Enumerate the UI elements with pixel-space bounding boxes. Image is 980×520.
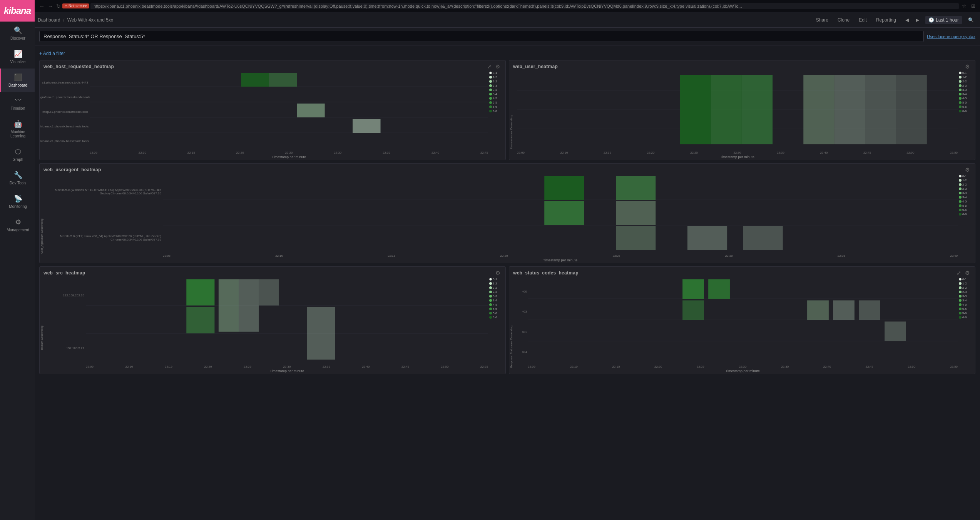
timelion-icon: 〰 — [15, 97, 22, 105]
time-picker[interactable]: 🕐 Last 1 hour — [925, 16, 962, 24]
sidebar-item-timelion[interactable]: 〰 Timelion — [0, 92, 35, 115]
clock-icon: 🕐 — [928, 17, 934, 23]
sidebar-item-dev-tools[interactable]: 🔧 Dev Tools — [0, 166, 35, 190]
share-button[interactable]: Share — [813, 16, 831, 24]
star-button[interactable]: ☆ — [960, 2, 968, 10]
svg-rect-44 — [885, 321, 906, 341]
panel-settings-button[interactable]: ⚙ — [494, 64, 502, 70]
sidebar-item-management[interactable]: ⚙ Management — [0, 213, 35, 237]
forward-button[interactable]: → — [46, 2, 55, 10]
panel-web-user-controls: ⚙ — [964, 64, 971, 70]
svg-rect-16 — [865, 75, 896, 144]
panel-web-host-heatmap: web_host_requested_heatmap ⤢ ⚙ c1.phoeni… — [39, 60, 506, 160]
svg-rect-6 — [297, 104, 324, 117]
visualize-icon: 📈 — [14, 50, 22, 58]
svg-rect-11 — [680, 75, 711, 144]
svg-rect-12 — [711, 75, 742, 144]
panel-useragent-controls: ⚙ — [964, 167, 971, 173]
clone-button[interactable]: Clone — [835, 16, 853, 24]
sidebar-item-graph[interactable]: ⬡ Graph — [0, 143, 35, 166]
panel-src-header: web_src_heatmap ⚙ — [40, 267, 505, 278]
sidebar: kibana 🔍 Discover 📈 Visualize ⬛ Dashboar… — [0, 0, 35, 520]
svg-rect-43 — [859, 300, 880, 320]
sidebar-item-discover-label: Discover — [10, 36, 25, 40]
sidebar-item-discover[interactable]: 🔍 Discover — [0, 22, 35, 45]
user-heatmap-x-title: Timestamp per minute — [517, 155, 958, 159]
edit-button[interactable]: Edit — [856, 16, 870, 24]
lucene-hint[interactable]: Uses lucene query syntax — [927, 34, 975, 39]
url-icon-group: ☆ ⊞ — [960, 2, 977, 10]
svg-rect-24 — [616, 226, 656, 250]
panel-src-settings-button[interactable]: ⚙ — [494, 270, 502, 276]
sidebar-item-machine-learning[interactable]: 🤖 Machine Learning — [0, 115, 35, 143]
panel-web-host-header: web_host_requested_heatmap ⤢ ⚙ — [40, 60, 505, 71]
panel-useragent-header: web_useragent_heatmap ⚙ — [40, 164, 975, 174]
panel-web-user-heatmap: web_user_heatmap ⚙ Username.raw: Descend… — [509, 60, 975, 160]
main-content: ← → ↻ ⚠ Not secure ☆ ⊞ Dashboard / Web W… — [35, 0, 980, 520]
add-filter-button[interactable]: + Add a filter — [39, 50, 65, 57]
url-bar: ← → ↻ ⚠ Not secure ☆ ⊞ — [35, 0, 980, 12]
sidebar-item-ml-label: Machine Learning — [3, 130, 33, 138]
query-input[interactable] — [39, 31, 924, 42]
svg-rect-26 — [743, 226, 783, 250]
svg-rect-41 — [807, 300, 829, 320]
svg-rect-14 — [803, 75, 834, 144]
next-time-button[interactable]: ▶ — [913, 16, 922, 24]
dev-tools-icon: 🔧 — [14, 171, 22, 179]
panel-status-settings-button[interactable]: ⚙ — [964, 270, 971, 276]
graph-icon: ⬡ — [15, 147, 21, 156]
svg-rect-4 — [241, 73, 269, 87]
panel-expand-button[interactable]: ⤢ — [486, 64, 493, 70]
breadcrumb-parent[interactable]: Dashboard — [38, 17, 60, 23]
management-icon: ⚙ — [15, 218, 21, 226]
src-heatmap-svg — [86, 278, 488, 362]
svg-rect-17 — [896, 75, 927, 144]
url-input[interactable] — [90, 3, 959, 9]
panel-status-title: web_status_codes_heatmap — [513, 270, 579, 276]
prev-time-button[interactable]: ◀ — [902, 16, 912, 24]
search-topbar-button[interactable]: 🔍 — [965, 16, 977, 24]
user-heatmap-svg — [517, 71, 958, 148]
breadcrumb: Dashboard / Web With 4xx and 5xx — [38, 17, 113, 23]
sidebar-item-dashboard[interactable]: ⬛ Dashboard — [0, 69, 35, 92]
panel-web-host-title: web_host_requested_heatmap — [43, 64, 114, 69]
bookmark-button[interactable]: ⊞ — [970, 2, 977, 10]
host-heatmap-x-title: Timestamp per minute — [90, 155, 488, 159]
ml-icon: 🤖 — [14, 120, 22, 128]
panel-useragent-title: web_useragent_heatmap — [43, 167, 101, 172]
breadcrumb-current: Web With 4xx and 5xx — [67, 17, 113, 23]
dashboard-content: + Add a filter web_host_requested_heatma… — [35, 45, 980, 520]
svg-rect-42 — [833, 300, 855, 320]
panel-src-controls: ⚙ — [494, 270, 502, 276]
svg-rect-5 — [269, 73, 297, 87]
svg-rect-20 — [544, 176, 584, 200]
sidebar-item-devtools-label: Dev Tools — [10, 181, 27, 185]
back-button[interactable]: ← — [38, 2, 46, 10]
reload-button[interactable]: ↻ — [55, 2, 62, 10]
svg-rect-30 — [186, 307, 214, 333]
useragent-heatmap-x-title: Timestamp per minute — [163, 258, 958, 262]
time-nav: ◀ ▶ — [902, 16, 922, 24]
svg-rect-13 — [742, 75, 773, 144]
dashboard-icon: ⬛ — [14, 73, 22, 82]
panel-status-controls: ⤢ ⚙ — [955, 270, 971, 276]
panel-web-user-title: web_user_heatmap — [513, 64, 558, 69]
panel-useragent-settings-button[interactable]: ⚙ — [964, 167, 971, 173]
svg-rect-40 — [708, 279, 730, 299]
security-badge: ⚠ Not secure — [62, 3, 89, 8]
svg-rect-15 — [834, 75, 865, 144]
useragent-heatmap-svg — [163, 174, 958, 251]
svg-rect-34 — [307, 307, 335, 359]
svg-rect-29 — [186, 279, 214, 305]
panel-user-settings-button[interactable]: ⚙ — [964, 64, 971, 70]
sidebar-item-monitoring[interactable]: 📡 Monitoring — [0, 190, 35, 213]
svg-rect-38 — [682, 279, 704, 299]
reporting-button[interactable]: Reporting — [873, 16, 899, 24]
status-heatmap-svg — [528, 278, 958, 362]
svg-rect-23 — [616, 201, 656, 225]
panel-status-expand-button[interactable]: ⤢ — [955, 270, 962, 276]
host-heatmap-svg — [90, 71, 488, 148]
svg-rect-32 — [239, 279, 259, 331]
panel-src-title: web_src_heatmap — [43, 270, 85, 276]
sidebar-item-visualize[interactable]: 📈 Visualize — [0, 45, 35, 69]
